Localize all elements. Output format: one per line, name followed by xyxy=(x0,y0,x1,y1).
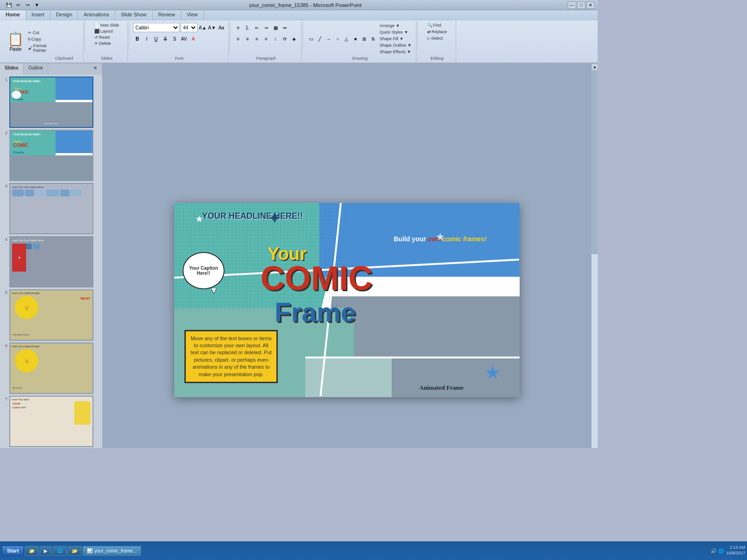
smartart-button[interactable]: ◈ xyxy=(290,35,298,43)
reset-label: Reset xyxy=(99,35,110,40)
close-panel-button[interactable]: ✕ xyxy=(89,63,102,75)
slide-number: 4 xyxy=(2,237,7,242)
vertical-scrollbar[interactable]: ▲ ▼ xyxy=(591,63,598,448)
font-size-select[interactable]: 44 xyxy=(181,23,197,32)
divider-1 xyxy=(85,21,85,49)
paragraph-group: ≡ 1. ⇐ ⇒ ▦ ⇔ ≡ ≡ ≡ ≡ ↕ ⟳ ◈ Paragraph xyxy=(231,21,302,62)
outline-tab[interactable]: Outline xyxy=(23,63,48,75)
customize-button[interactable]: ▼ xyxy=(33,1,41,9)
slide-panel: Slides Outline ✕ 1 YOUR HEADLINE HERE!! … xyxy=(0,63,103,448)
slide-item[interactable]: 7 Insert Your Idea!! YOUR Caption here! xyxy=(2,396,100,447)
font-color-button[interactable]: A xyxy=(189,35,197,43)
decrease-indent-button[interactable]: ⇐ xyxy=(253,23,261,32)
select-button[interactable]: ▷ Select xyxy=(426,35,444,41)
canvas-wrapper: YOUR HEADLINE HERE!! ✦ ★ ★ Build your ow… xyxy=(103,63,598,448)
italic-button[interactable]: I xyxy=(142,35,151,43)
tab-review[interactable]: Review xyxy=(153,10,181,21)
font-row-2: B I U S S AV A xyxy=(133,34,197,44)
shape-fill-button[interactable]: Shape Fill ▼ xyxy=(378,36,413,42)
slide-thumbnail[interactable]: Insert Your Own Caption Items xyxy=(9,183,93,234)
slide-thumbnail[interactable]: Insert Your Idea!! YOUR Caption here! xyxy=(9,396,93,447)
copy-icon: ⎘ xyxy=(28,37,30,42)
title-bar-left: 💾 ↩ ↪ ▼ xyxy=(3,1,43,9)
line-spacing-button[interactable]: ↕ xyxy=(271,35,280,43)
tab-design[interactable]: Design xyxy=(50,10,78,21)
slide-item[interactable]: 3 Insert Your Own Caption Items xyxy=(2,183,100,234)
tab-slideshow[interactable]: Slide Show xyxy=(115,10,153,21)
close-button[interactable]: ✕ xyxy=(586,1,595,9)
decrease-font-button[interactable]: A▼ xyxy=(208,23,216,32)
shape-effects-button[interactable]: Shape Effects ▼ xyxy=(378,49,413,55)
canvas-area[interactable]: YOUR HEADLINE HERE!! ✦ ★ ★ Build your ow… xyxy=(103,63,591,448)
slide-number: 6 xyxy=(2,343,7,348)
align-right-button[interactable]: ≡ xyxy=(253,35,261,43)
comic-slide[interactable]: YOUR HEADLINE HERE!! ✦ ★ ★ Build your ow… xyxy=(174,203,520,397)
font-family-select[interactable]: Calibri xyxy=(133,23,180,32)
undo-button[interactable]: ↩ xyxy=(14,1,22,9)
slide-thumbnail[interactable]: Insert your Caption/Images 😟 Animated fr… xyxy=(9,289,93,341)
maximize-button[interactable]: □ xyxy=(577,1,585,9)
replace-button[interactable]: ⇄ Replace xyxy=(426,29,449,35)
slide-thumbnail[interactable]: YOUR HEADLINE HERE!! Your COMIC Frame xyxy=(9,130,93,181)
reset-icon: ↺ xyxy=(94,35,98,40)
shape-oval[interactable]: ○ xyxy=(333,35,342,43)
slide-item[interactable]: 2 YOUR HEADLINE HERE!! Your COMIC Frame xyxy=(2,130,100,181)
slides-tab[interactable]: Slides xyxy=(0,63,23,75)
text-direction-button[interactable]: ⟳ xyxy=(281,35,289,43)
save-button[interactable]: 💾 xyxy=(5,1,13,9)
align-left-button[interactable]: ≡ xyxy=(234,35,242,43)
underline-button[interactable]: U xyxy=(152,35,160,43)
arrange-button[interactable]: ⇅ xyxy=(369,35,377,43)
rtl-button[interactable]: ⇔ xyxy=(281,23,289,32)
find-icon: 🔍 xyxy=(427,23,432,28)
shadow-button[interactable]: S xyxy=(170,35,179,43)
numbering-button[interactable]: 1. xyxy=(243,23,252,32)
star-decoration-3: ★ xyxy=(436,231,445,243)
tab-insert[interactable]: Insert xyxy=(26,10,51,21)
shape-arrow[interactable]: → xyxy=(324,35,333,43)
clear-format-button[interactable]: Aa xyxy=(217,23,226,32)
slide-thumbnail[interactable]: YOUR HEADLINE HERE!! Your COMIC Frame An… xyxy=(9,77,93,128)
slide-item[interactable]: 5 Insert your Caption/Images 😟 Animated … xyxy=(2,289,100,341)
scroll-up-button[interactable]: ▲ xyxy=(592,63,598,70)
scroll-thumb-v[interactable] xyxy=(592,70,598,254)
find-button[interactable]: 🔍 Find xyxy=(426,22,443,28)
format-painter-button[interactable]: 🖌 Format Painter xyxy=(27,43,48,53)
shape-rect[interactable]: ▭ xyxy=(307,35,315,43)
justify-button[interactable]: ≡ xyxy=(262,35,270,43)
shape-triangle[interactable]: △ xyxy=(342,35,351,43)
slide-item[interactable]: 4 Insert Your Own Caption Items ✦ xyxy=(2,236,100,287)
tab-view[interactable]: View xyxy=(181,10,204,21)
bold-button[interactable]: B xyxy=(133,35,141,43)
increase-indent-button[interactable]: ⇒ xyxy=(262,23,270,32)
layout-button[interactable]: ⬛ Layout xyxy=(93,28,114,34)
paste-button[interactable]: 📋 Paste xyxy=(5,30,27,53)
shape-star[interactable]: ★ xyxy=(351,35,359,43)
bullets-button[interactable]: ≡ xyxy=(234,23,242,32)
columns-button[interactable]: ▦ xyxy=(271,23,280,32)
minimize-button[interactable]: — xyxy=(568,1,576,9)
reset-button[interactable]: ↺ Reset xyxy=(93,35,112,40)
scroll-track-v[interactable] xyxy=(592,70,598,448)
slide-thumbnail[interactable]: Insert Your Own Caption Items ✦ xyxy=(9,236,93,287)
arrange-menu-button[interactable]: Arrange ▼ xyxy=(378,23,413,28)
cut-button[interactable]: ✂ Cut xyxy=(27,30,48,35)
increase-font-button[interactable]: A▲ xyxy=(198,23,207,32)
spacing-button[interactable]: AV xyxy=(180,35,188,43)
strikethrough-button[interactable]: S xyxy=(161,35,169,43)
slide-thumbnail[interactable]: Insert your Caption/Images 😟 Mil frame xyxy=(9,343,93,394)
tab-home[interactable]: Home xyxy=(0,10,26,21)
tab-animations[interactable]: Animations xyxy=(78,10,115,21)
redo-button[interactable]: ↪ xyxy=(23,1,32,9)
copy-button[interactable]: ⎘ Copy xyxy=(27,36,48,42)
delete-button[interactable]: ✕ Delete xyxy=(93,41,113,46)
slide-item[interactable]: 6 Insert your Caption/Images 😟 Mil frame xyxy=(2,343,100,394)
slide-item[interactable]: 1 YOUR HEADLINE HERE!! Your COMIC Frame … xyxy=(2,77,100,128)
shape-more[interactable]: ⊞ xyxy=(360,35,368,43)
quick-styles-button[interactable]: Quick Styles ▼ xyxy=(378,29,413,35)
align-center-button[interactable]: ≡ xyxy=(243,35,252,43)
new-slide-button[interactable]: 📄 New Slide xyxy=(93,22,121,28)
shape-line[interactable]: ╱ xyxy=(316,35,324,43)
shape-outline-button[interactable]: Shape Outline ▼ xyxy=(378,42,413,48)
animated-label: Animated Frame xyxy=(419,384,464,392)
